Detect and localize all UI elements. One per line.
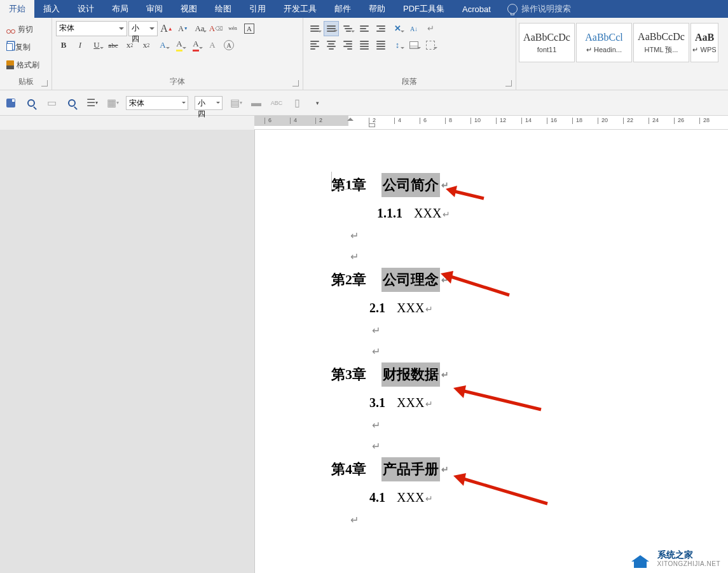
save-button[interactable]	[4, 96, 18, 110]
underline-button[interactable]: U	[89, 38, 104, 53]
hanging-indent-marker[interactable]	[369, 123, 375, 127]
line-spacing-button[interactable]: ↕	[390, 38, 405, 53]
qat-item-2[interactable]: ☰▾	[85, 96, 99, 110]
tell-me-search[interactable]: 操作说明搜索	[507, 3, 571, 15]
qat-item-5[interactable]: ▬	[249, 96, 263, 110]
qat-size-select[interactable]: 小四	[195, 96, 223, 110]
font-launcher[interactable]	[292, 80, 299, 86]
numbering-button[interactable]	[324, 21, 339, 36]
strikethrough-button[interactable]: abc	[106, 38, 121, 53]
empty-paragraph[interactable]: ↵	[372, 419, 728, 431]
qat-item-6[interactable]: ABC	[270, 96, 284, 110]
find-button[interactable]	[65, 96, 79, 110]
annotation-arrow-4	[452, 472, 554, 510]
empty-paragraph[interactable]: ↵	[372, 345, 728, 357]
borders-button[interactable]	[423, 38, 438, 53]
copy-button[interactable]: 复制	[4, 38, 48, 56]
qat-item-3[interactable]: ▦▾	[106, 96, 120, 110]
chapter-title: 产品手册	[381, 457, 440, 481]
style-wps[interactable]: AaB ↵ WPS	[690, 23, 718, 62]
tab-home[interactable]: 开始	[0, 0, 34, 18]
section-1-1-1[interactable]: 1.1.1XXX↵	[377, 206, 728, 221]
show-marks-button[interactable]: ↵	[423, 21, 438, 36]
align-right-button[interactable]	[340, 38, 355, 53]
tab-review[interactable]: 审阅	[137, 0, 172, 18]
tab-layout[interactable]: 布局	[103, 0, 137, 18]
paragraph-mark: ↵	[441, 464, 449, 475]
bold-button[interactable]: B	[56, 38, 71, 53]
style-font11[interactable]: AaBbCcDc font11	[519, 23, 575, 62]
tab-mailings[interactable]: 邮件	[326, 0, 360, 18]
style-html-pre[interactable]: AaBbCcDc HTML 预...	[633, 23, 689, 62]
subscript-button[interactable]: x2	[122, 38, 137, 53]
font-size-select[interactable]: 小四	[128, 21, 158, 36]
align-center-button[interactable]	[324, 38, 339, 53]
phonetic-guide-button[interactable]: wén	[225, 21, 240, 36]
qat-font-select[interactable]: 宋体	[126, 96, 188, 110]
style-name: ↵ WPS	[692, 46, 716, 54]
enclose-characters-button[interactable]: A	[221, 38, 237, 53]
character-border-button[interactable]: A	[242, 21, 257, 36]
empty-paragraph[interactable]: ↵	[372, 324, 728, 336]
paragraph-launcher[interactable]	[505, 80, 512, 86]
bullets-button[interactable]	[307, 21, 322, 36]
decrease-font-button[interactable]: A▼	[175, 21, 191, 36]
watermark-en: XITONGZHIJIA.NET	[657, 560, 721, 568]
qat-item-7[interactable]: ▯	[290, 96, 304, 110]
qat-item-1[interactable]: ▭	[45, 96, 58, 110]
font-name-select[interactable]: 宋体	[56, 21, 127, 36]
sort-button[interactable]: A↓	[406, 21, 422, 36]
section-3-1[interactable]: 3.1XXX↵	[369, 396, 728, 410]
superscript-button[interactable]: x2	[139, 38, 154, 53]
chapter-2-heading[interactable]: 第2章 公司理念 ↵	[331, 268, 728, 292]
magnifier-icon	[27, 99, 35, 107]
tab-pdftools[interactable]: PDF工具集	[394, 0, 453, 18]
increase-font-button[interactable]: A▲	[159, 21, 174, 36]
align-left-button[interactable]	[307, 38, 322, 53]
first-line-indent-marker[interactable]	[347, 114, 354, 121]
clipboard-group-label: 贴板	[4, 76, 48, 90]
empty-paragraph[interactable]: ↵	[350, 251, 728, 263]
qat-more[interactable]: ▾	[310, 96, 324, 110]
asian-layout-button[interactable]: ✕	[390, 21, 405, 36]
chapter-1-heading[interactable]: 第1章 公司简介 ↵	[331, 173, 728, 197]
cut-button[interactable]: 剪切	[4, 20, 48, 38]
tab-help[interactable]: 帮助	[360, 0, 394, 18]
empty-paragraph[interactable]: ↵	[350, 514, 728, 526]
chapter-3-heading[interactable]: 第3章 财报数据 ↵	[331, 362, 728, 387]
ruler-area: 642246810121416182022242628	[0, 116, 728, 130]
distributed-button[interactable]	[373, 38, 388, 53]
print-preview-button[interactable]	[24, 96, 38, 110]
format-painter-button[interactable]: 格式刷	[4, 56, 48, 74]
highlight-button[interactable]: A	[172, 38, 187, 53]
clipboard-launcher[interactable]	[41, 80, 48, 86]
clear-formatting-button[interactable]: A⌫	[209, 21, 224, 36]
qat-item-4[interactable]: ▤▾	[229, 96, 243, 110]
decrease-indent-button[interactable]	[357, 21, 372, 36]
character-shading-button[interactable]: A	[205, 38, 220, 53]
tab-draw[interactable]: 绘图	[206, 0, 240, 18]
text-effects-button[interactable]: A	[155, 38, 170, 53]
empty-paragraph[interactable]: ↵	[372, 440, 728, 452]
increase-indent-button[interactable]	[373, 21, 388, 36]
tab-acrobat[interactable]: Acrobat	[453, 0, 500, 18]
italic-button[interactable]: I	[72, 38, 88, 53]
paragraph-group: ✕ A↓ ↵ ↕ 段落	[303, 18, 516, 90]
save-icon	[6, 99, 15, 107]
document-page[interactable]: 第1章 公司简介 ↵ 1.1.1XXX↵ ↵ ↵ 第2章 公司理念 ↵ 2.1X…	[254, 130, 728, 573]
clipboard-group: 剪切 复制 格式刷 贴板	[0, 18, 52, 90]
tab-developer[interactable]: 开发工具	[275, 0, 326, 18]
change-case-button[interactable]: Aa	[192, 21, 207, 36]
section-2-1[interactable]: 2.1XXX↵	[369, 301, 728, 315]
tab-design[interactable]: 设计	[69, 0, 103, 18]
style-heading[interactable]: AaBbCcl ↵ Headin...	[576, 23, 632, 62]
tab-references[interactable]: 引用	[240, 0, 275, 18]
tab-insert[interactable]: 插入	[34, 0, 69, 18]
empty-paragraph[interactable]: ↵	[350, 230, 728, 242]
horizontal-ruler[interactable]: 642246810121416182022242628	[254, 116, 728, 130]
tab-view[interactable]: 视图	[172, 0, 206, 18]
multilevel-list-button[interactable]	[340, 21, 355, 36]
justify-button[interactable]	[357, 38, 372, 53]
font-color-button[interactable]: A	[188, 38, 203, 53]
shading-button[interactable]	[406, 38, 422, 53]
